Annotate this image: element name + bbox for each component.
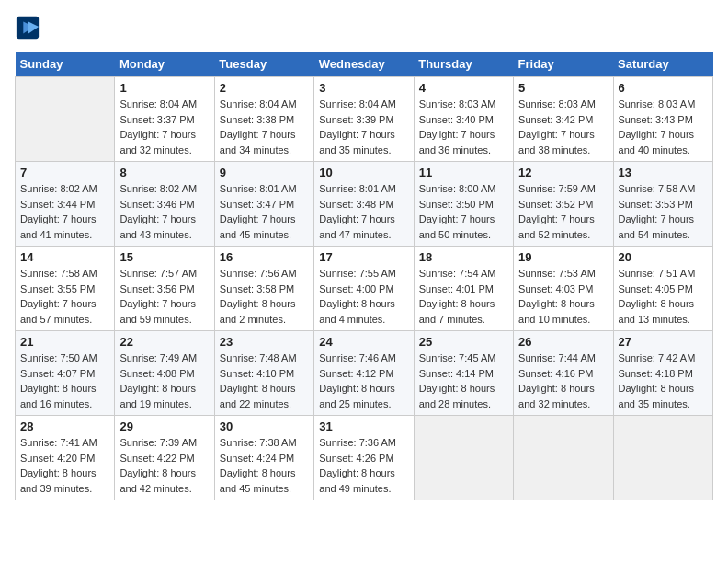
calendar-cell: 6Sunrise: 8:03 AMSunset: 3:43 PMDaylight… bbox=[613, 77, 712, 162]
day-number: 5 bbox=[518, 81, 608, 95]
day-number: 6 bbox=[619, 81, 708, 95]
calendar-table: SundayMondayTuesdayWednesdayThursdayFrid… bbox=[15, 52, 713, 500]
calendar-cell: 2Sunrise: 8:04 AMSunset: 3:38 PMDaylight… bbox=[214, 77, 313, 162]
day-number: 14 bbox=[20, 250, 109, 264]
weekday-header-row: SundayMondayTuesdayWednesdayThursdayFrid… bbox=[16, 52, 713, 77]
day-info: Sunrise: 8:02 AMSunset: 3:44 PMDaylight:… bbox=[20, 181, 109, 242]
day-number: 28 bbox=[20, 419, 109, 433]
day-number: 2 bbox=[220, 81, 309, 95]
day-info: Sunrise: 7:46 AMSunset: 4:12 PMDaylight:… bbox=[319, 350, 408, 411]
calendar-cell: 12Sunrise: 7:59 AMSunset: 3:52 PMDayligh… bbox=[514, 162, 613, 247]
day-number: 3 bbox=[319, 81, 408, 95]
day-number: 21 bbox=[20, 335, 109, 349]
day-number: 4 bbox=[419, 81, 508, 95]
calendar-cell: 24Sunrise: 7:46 AMSunset: 4:12 PMDayligh… bbox=[314, 331, 414, 416]
day-info: Sunrise: 7:44 AMSunset: 4:16 PMDaylight:… bbox=[518, 350, 608, 411]
day-info: Sunrise: 8:04 AMSunset: 3:39 PMDaylight:… bbox=[319, 97, 408, 157]
calendar-cell: 29Sunrise: 7:39 AMSunset: 4:22 PMDayligh… bbox=[115, 416, 214, 500]
day-info: Sunrise: 7:58 AMSunset: 3:53 PMDaylight:… bbox=[619, 181, 708, 242]
day-info: Sunrise: 8:04 AMSunset: 3:37 PMDaylight:… bbox=[119, 97, 209, 157]
day-info: Sunrise: 7:54 AMSunset: 4:01 PMDaylight:… bbox=[419, 266, 508, 327]
calendar-cell: 14Sunrise: 7:58 AMSunset: 3:55 PMDayligh… bbox=[16, 247, 115, 331]
day-number: 29 bbox=[119, 419, 209, 433]
day-number: 17 bbox=[319, 250, 408, 264]
day-number: 8 bbox=[119, 166, 209, 179]
calendar-body: 1Sunrise: 8:04 AMSunset: 3:37 PMDaylight… bbox=[16, 77, 713, 500]
day-info: Sunrise: 7:38 AMSunset: 4:24 PMDaylight:… bbox=[220, 435, 309, 496]
day-number: 26 bbox=[518, 335, 608, 349]
week-row-1: 1Sunrise: 8:04 AMSunset: 3:37 PMDaylight… bbox=[16, 77, 713, 162]
day-number: 25 bbox=[419, 335, 508, 349]
calendar-cell bbox=[514, 416, 613, 500]
day-info: Sunrise: 7:53 AMSunset: 4:03 PMDaylight:… bbox=[518, 266, 608, 327]
day-info: Sunrise: 7:41 AMSunset: 4:20 PMDaylight:… bbox=[20, 435, 109, 496]
day-info: Sunrise: 7:57 AMSunset: 3:56 PMDaylight:… bbox=[119, 266, 209, 327]
day-number: 13 bbox=[619, 166, 708, 179]
calendar-cell: 3Sunrise: 8:04 AMSunset: 3:39 PMDaylight… bbox=[314, 77, 414, 162]
day-info: Sunrise: 7:48 AMSunset: 4:10 PMDaylight:… bbox=[220, 350, 309, 411]
weekday-thursday: Thursday bbox=[414, 52, 513, 77]
calendar-cell: 8Sunrise: 8:02 AMSunset: 3:46 PMDaylight… bbox=[115, 162, 214, 247]
calendar-cell: 7Sunrise: 8:02 AMSunset: 3:44 PMDaylight… bbox=[16, 162, 115, 247]
week-row-3: 14Sunrise: 7:58 AMSunset: 3:55 PMDayligh… bbox=[16, 247, 713, 331]
weekday-saturday: Saturday bbox=[613, 52, 712, 77]
day-number: 16 bbox=[220, 250, 309, 264]
calendar-cell: 17Sunrise: 7:55 AMSunset: 4:00 PMDayligh… bbox=[314, 247, 414, 331]
calendar-cell: 5Sunrise: 8:03 AMSunset: 3:42 PMDaylight… bbox=[514, 77, 613, 162]
day-number: 18 bbox=[419, 250, 508, 264]
day-number: 24 bbox=[319, 335, 408, 349]
week-row-5: 28Sunrise: 7:41 AMSunset: 4:20 PMDayligh… bbox=[16, 416, 713, 500]
week-row-2: 7Sunrise: 8:02 AMSunset: 3:44 PMDaylight… bbox=[16, 162, 713, 247]
calendar-cell: 10Sunrise: 8:01 AMSunset: 3:48 PMDayligh… bbox=[314, 162, 414, 247]
calendar-cell bbox=[613, 416, 712, 500]
day-number: 23 bbox=[220, 335, 309, 349]
day-info: Sunrise: 8:01 AMSunset: 3:47 PMDaylight:… bbox=[220, 181, 309, 242]
calendar-cell: 9Sunrise: 8:01 AMSunset: 3:47 PMDaylight… bbox=[214, 162, 313, 247]
calendar-cell: 28Sunrise: 7:41 AMSunset: 4:20 PMDayligh… bbox=[16, 416, 115, 500]
day-info: Sunrise: 7:50 AMSunset: 4:07 PMDaylight:… bbox=[20, 350, 109, 411]
calendar-cell: 26Sunrise: 7:44 AMSunset: 4:16 PMDayligh… bbox=[514, 331, 613, 416]
calendar-cell: 23Sunrise: 7:48 AMSunset: 4:10 PMDayligh… bbox=[214, 331, 313, 416]
calendar-cell bbox=[16, 77, 115, 162]
day-info: Sunrise: 7:45 AMSunset: 4:14 PMDaylight:… bbox=[419, 350, 508, 411]
day-number: 11 bbox=[419, 166, 508, 179]
page-header bbox=[15, 15, 713, 40]
day-number: 10 bbox=[319, 166, 408, 179]
day-number: 1 bbox=[119, 81, 209, 95]
calendar-cell: 20Sunrise: 7:51 AMSunset: 4:05 PMDayligh… bbox=[613, 247, 712, 331]
day-info: Sunrise: 8:01 AMSunset: 3:48 PMDaylight:… bbox=[319, 181, 408, 242]
calendar-cell: 18Sunrise: 7:54 AMSunset: 4:01 PMDayligh… bbox=[414, 247, 513, 331]
day-number: 12 bbox=[518, 166, 608, 179]
day-info: Sunrise: 7:36 AMSunset: 4:26 PMDaylight:… bbox=[319, 435, 408, 496]
weekday-wednesday: Wednesday bbox=[314, 52, 414, 77]
day-info: Sunrise: 8:03 AMSunset: 3:42 PMDaylight:… bbox=[518, 97, 608, 157]
calendar-cell: 15Sunrise: 7:57 AMSunset: 3:56 PMDayligh… bbox=[115, 247, 214, 331]
day-number: 20 bbox=[619, 250, 708, 264]
calendar-cell: 16Sunrise: 7:56 AMSunset: 3:58 PMDayligh… bbox=[214, 247, 313, 331]
day-info: Sunrise: 7:55 AMSunset: 4:00 PMDaylight:… bbox=[319, 266, 408, 327]
calendar-cell: 13Sunrise: 7:58 AMSunset: 3:53 PMDayligh… bbox=[613, 162, 712, 247]
day-info: Sunrise: 8:04 AMSunset: 3:38 PMDaylight:… bbox=[220, 97, 309, 157]
day-info: Sunrise: 7:56 AMSunset: 3:58 PMDaylight:… bbox=[220, 266, 309, 327]
calendar-cell: 21Sunrise: 7:50 AMSunset: 4:07 PMDayligh… bbox=[16, 331, 115, 416]
day-number: 22 bbox=[119, 335, 209, 349]
weekday-sunday: Sunday bbox=[16, 52, 115, 77]
calendar-cell: 25Sunrise: 7:45 AMSunset: 4:14 PMDayligh… bbox=[414, 331, 513, 416]
day-number: 30 bbox=[220, 419, 309, 433]
day-number: 7 bbox=[20, 166, 109, 179]
day-info: Sunrise: 8:03 AMSunset: 3:43 PMDaylight:… bbox=[619, 97, 708, 157]
day-number: 31 bbox=[319, 419, 408, 433]
calendar-cell: 27Sunrise: 7:42 AMSunset: 4:18 PMDayligh… bbox=[613, 331, 712, 416]
day-number: 15 bbox=[119, 250, 209, 264]
calendar-cell: 19Sunrise: 7:53 AMSunset: 4:03 PMDayligh… bbox=[514, 247, 613, 331]
day-info: Sunrise: 7:58 AMSunset: 3:55 PMDaylight:… bbox=[20, 266, 109, 327]
calendar-cell: 4Sunrise: 8:03 AMSunset: 3:40 PMDaylight… bbox=[414, 77, 513, 162]
day-info: Sunrise: 7:49 AMSunset: 4:08 PMDaylight:… bbox=[119, 350, 209, 411]
day-info: Sunrise: 7:42 AMSunset: 4:18 PMDaylight:… bbox=[619, 350, 708, 411]
logo-icon bbox=[15, 15, 40, 40]
weekday-monday: Monday bbox=[115, 52, 214, 77]
day-info: Sunrise: 8:00 AMSunset: 3:50 PMDaylight:… bbox=[419, 181, 508, 242]
day-info: Sunrise: 8:02 AMSunset: 3:46 PMDaylight:… bbox=[119, 181, 209, 242]
day-number: 27 bbox=[619, 335, 708, 349]
calendar-cell: 30Sunrise: 7:38 AMSunset: 4:24 PMDayligh… bbox=[214, 416, 313, 500]
